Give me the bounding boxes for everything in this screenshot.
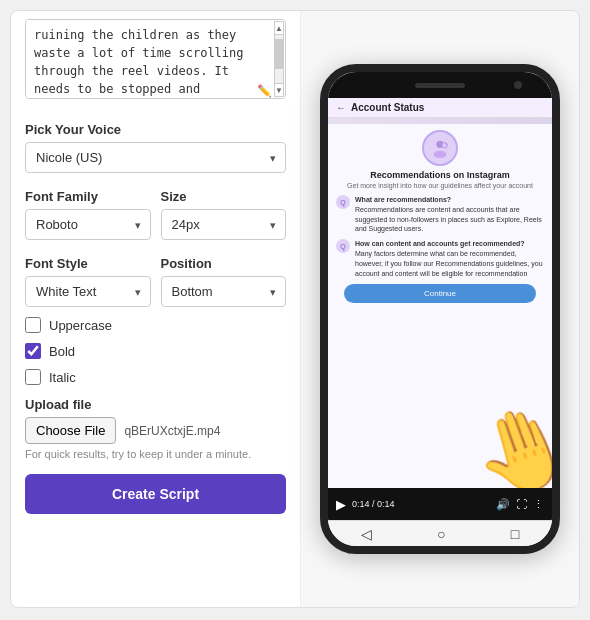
phone-main-title: Recommendations on Instagram	[336, 170, 544, 180]
size-label: Size	[161, 189, 287, 204]
text-area-section: ruining the children as they waste a lot…	[25, 19, 286, 102]
script-textarea[interactable]: ruining the children as they waste a lot…	[25, 19, 286, 99]
choose-file-button[interactable]: Choose File	[25, 417, 116, 444]
nav-recents-icon[interactable]: □	[511, 526, 519, 542]
phone-qa-icon-2: Q	[336, 239, 350, 253]
font-family-size-row: Font Family Roboto Arial Times New Roman…	[25, 181, 286, 240]
font-family-label: Font Family	[25, 189, 151, 204]
scroll-down-icon[interactable]: ▼	[274, 83, 284, 97]
phone-video-area: ← Account Status	[328, 98, 552, 488]
left-panel: ruining the children as they waste a lot…	[11, 11, 301, 607]
size-select[interactable]: 16px 20px 24px 28px	[161, 209, 287, 240]
scrollbar[interactable]: ▲ ▼	[274, 21, 284, 97]
phone-screen: ← Account Status	[328, 98, 552, 520]
phone-qa1-question: What are recommendations?	[355, 195, 544, 205]
position-wrapper: Top Middle Bottom ▾	[161, 276, 287, 307]
svg-point-1	[434, 151, 447, 158]
video-time: 0:14 / 0:14	[352, 499, 490, 509]
main-card: ruining the children as they waste a lot…	[10, 10, 580, 608]
scroll-up-icon[interactable]: ▲	[274, 21, 284, 35]
scroll-thumb	[275, 39, 283, 69]
svg-point-2	[442, 143, 448, 149]
phone-nav-bar: ◁ ○ □	[328, 520, 552, 546]
right-panel: ← Account Status	[301, 11, 579, 607]
phone-qa-text-2: How can content and accounts get recomme…	[355, 239, 544, 278]
voice-picker-wrapper: Nicole (US) John (US) Emma (UK) Oliver (…	[25, 142, 286, 173]
voice-picker-select[interactable]: Nicole (US) John (US) Emma (UK) Oliver (…	[25, 142, 286, 173]
size-col: Size 16px 20px 24px 28px ▾	[161, 181, 287, 240]
phone-qa-item-2: Q How can content and accounts get recom…	[336, 239, 544, 278]
font-style-wrapper: White Text Black Text Yellow Text ▾	[25, 276, 151, 307]
uppercase-row: Uppercase	[25, 317, 286, 333]
file-name: qBErUXctxjE.mp4	[124, 424, 220, 438]
font-family-col: Font Family Roboto Arial Times New Roman…	[25, 181, 151, 240]
phone-qa-item-1: Q What are recommendations? Recommendati…	[336, 195, 544, 234]
position-select[interactable]: Top Middle Bottom	[161, 276, 287, 307]
phone-main-subtitle: Get more insight into how our guidelines…	[336, 182, 544, 189]
phone-camera	[514, 81, 522, 89]
size-wrapper: 16px 20px 24px 28px ▾	[161, 209, 287, 240]
italic-checkbox[interactable]	[25, 369, 41, 385]
font-style-select[interactable]: White Text Black Text Yellow Text	[25, 276, 151, 307]
font-family-wrapper: Roboto Arial Times New Roman ▾	[25, 209, 151, 240]
nav-home-icon[interactable]: ○	[437, 526, 445, 542]
position-col: Position Top Middle Bottom ▾	[161, 248, 287, 307]
phone-avatar	[422, 130, 458, 166]
phone-back-arrow-icon[interactable]: ←	[336, 102, 346, 113]
position-label: Position	[161, 256, 287, 271]
nav-back-icon[interactable]: ◁	[361, 526, 372, 542]
phone-controls-bar: ▶ 0:14 / 0:14 🔊 ⛶ ⋮	[328, 488, 552, 520]
phone-mockup: ← Account Status	[320, 64, 560, 554]
upload-section: Upload file Choose File qBErUXctxjE.mp4 …	[25, 397, 286, 460]
upload-row: Choose File qBErUXctxjE.mp4	[25, 417, 286, 444]
bold-row: Bold	[25, 343, 286, 359]
phone-qa-icon-1: Q	[336, 195, 350, 209]
create-script-button[interactable]: Create Script	[25, 474, 286, 514]
uppercase-label[interactable]: Uppercase	[49, 318, 112, 333]
upload-hint: For quick results, try to keep it under …	[25, 448, 286, 460]
more-options-icon[interactable]: ⋮	[533, 498, 544, 511]
italic-label[interactable]: Italic	[49, 370, 76, 385]
font-family-select[interactable]: Roboto Arial Times New Roman	[25, 209, 151, 240]
avatar-icon	[429, 137, 451, 159]
bold-label[interactable]: Bold	[49, 344, 75, 359]
phone-continue-button[interactable]: Continue	[344, 284, 536, 303]
scroll-track	[274, 35, 284, 83]
fullscreen-icon[interactable]: ⛶	[516, 498, 527, 510]
phone-status-title: Account Status	[351, 102, 424, 113]
phone-status-bar: ← Account Status	[328, 98, 552, 118]
phone-top-bar	[328, 72, 552, 98]
phone-qa1-answer: Recommendations are content and accounts…	[355, 205, 544, 234]
phone-avatar-section	[336, 130, 544, 166]
font-style-position-row: Font Style White Text Black Text Yellow …	[25, 248, 286, 307]
edit-icon[interactable]: ✏️	[257, 84, 272, 98]
font-style-col: Font Style White Text Black Text Yellow …	[25, 248, 151, 307]
voice-picker-label: Pick Your Voice	[25, 122, 286, 137]
font-style-label: Font Style	[25, 256, 151, 271]
uppercase-checkbox[interactable]	[25, 317, 41, 333]
phone-main-content: Recommendations on Instagram Get more in…	[328, 124, 552, 488]
bold-checkbox[interactable]	[25, 343, 41, 359]
voice-picker-section: Pick Your Voice Nicole (US) John (US) Em…	[25, 114, 286, 173]
italic-row: Italic	[25, 369, 286, 385]
volume-icon[interactable]: 🔊	[496, 498, 510, 511]
play-icon[interactable]: ▶	[336, 497, 346, 512]
phone-speaker	[415, 83, 465, 88]
phone-qa-text-1: What are recommendations? Recommendation…	[355, 195, 544, 234]
phone-qa2-answer: Many factors determine what can be recom…	[355, 249, 544, 278]
upload-label: Upload file	[25, 397, 286, 412]
phone-qa2-question: How can content and accounts get recomme…	[355, 239, 544, 249]
